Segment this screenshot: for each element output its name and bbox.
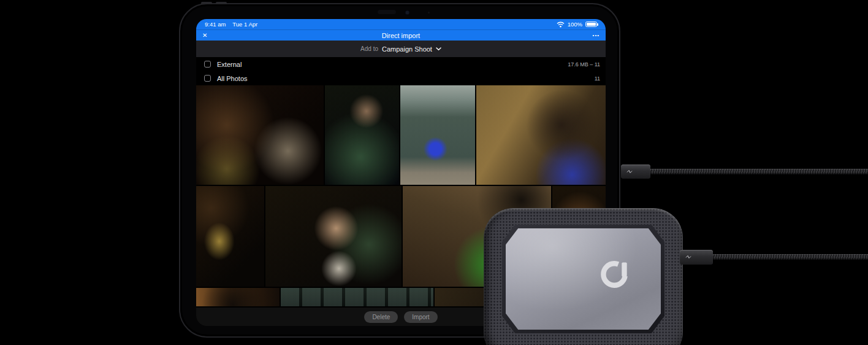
- photo-thumbnail[interactable]: [196, 85, 324, 185]
- source-row-external[interactable]: External 17.6 MB – 11: [196, 57, 606, 71]
- connector-logo-icon: [626, 169, 633, 174]
- checkbox-all-photos[interactable]: [204, 75, 211, 82]
- external-ssd-drive: [484, 208, 683, 345]
- close-button[interactable]: ✕: [202, 30, 207, 41]
- status-date: Tue 1 Apr: [232, 21, 257, 28]
- g-drive-logo-icon: [598, 257, 633, 292]
- source-count: 11: [595, 76, 600, 82]
- wifi-icon: [557, 21, 565, 28]
- photo-thumbnail[interactable]: [265, 186, 402, 287]
- source-size-count: 17.6 MB – 11: [568, 61, 600, 68]
- usb-connector-ipad: [621, 165, 650, 179]
- usb-cable-drive: [710, 254, 868, 260]
- source-list: External 17.6 MB – 11 All Photos 11: [196, 57, 606, 85]
- photo-thumbnail[interactable]: [196, 288, 280, 306]
- battery-icon: [585, 21, 597, 27]
- drive-metal-plate: [506, 228, 661, 330]
- add-to-album-value[interactable]: Campaign Shoot: [382, 45, 432, 53]
- chevron-down-icon: [436, 47, 441, 51]
- add-to-bar[interactable]: Add to Campaign Shoot: [196, 41, 606, 57]
- photo-thumbnail[interactable]: [400, 85, 475, 185]
- top-button: [201, 2, 212, 4]
- import-button[interactable]: Import: [404, 311, 437, 323]
- photo-thumbnail[interactable]: [325, 85, 400, 185]
- connector-logo-icon: [685, 255, 691, 260]
- volume-button: [216, 2, 227, 4]
- photo-thumbnail[interactable]: [281, 288, 433, 306]
- app-header: ✕ Direct import •••: [196, 29, 606, 41]
- checkbox-external[interactable]: [204, 61, 211, 68]
- usb-cable-ipad: [647, 169, 868, 174]
- usb-connector-drive: [680, 250, 713, 265]
- ambient-sensor: [428, 12, 430, 14]
- more-options-button[interactable]: •••: [593, 30, 600, 41]
- front-camera-lens: [406, 11, 409, 14]
- source-label: All Photos: [217, 75, 595, 82]
- source-label: External: [217, 61, 568, 68]
- photo-thumbnail[interactable]: [196, 186, 264, 287]
- photo-grid-row: [196, 85, 606, 185]
- status-bar: 9:41 am Tue 1 Apr 100%: [196, 19, 606, 29]
- delete-button[interactable]: Delete: [364, 311, 398, 323]
- source-row-all-photos[interactable]: All Photos 11: [196, 71, 606, 85]
- add-to-label: Add to: [360, 45, 378, 52]
- front-camera-module: [378, 10, 396, 14]
- scene: 9:41 am Tue 1 Apr 100% ✕ Direct import: [0, 0, 868, 345]
- battery-percent: 100%: [568, 21, 582, 28]
- photo-thumbnail[interactable]: [476, 85, 606, 185]
- page-title: Direct import: [382, 32, 420, 39]
- status-time: 9:41 am: [205, 21, 226, 28]
